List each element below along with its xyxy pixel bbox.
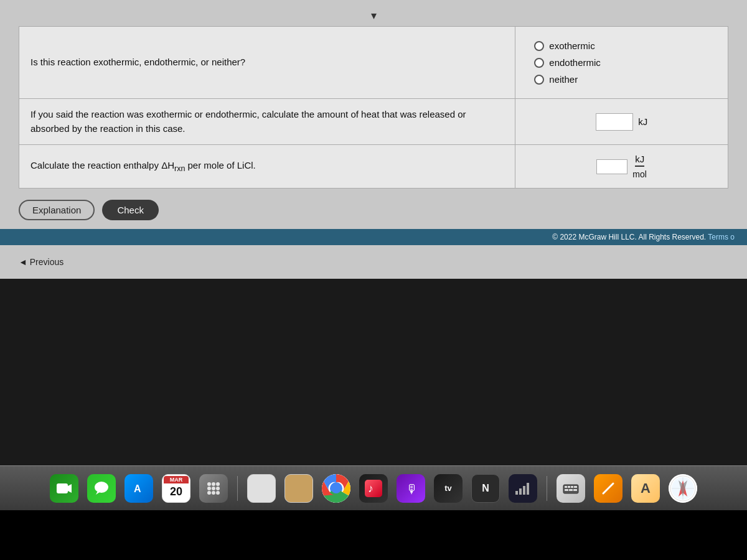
svg-rect-27 <box>571 486 573 488</box>
svg-rect-0 <box>57 483 68 493</box>
svg-rect-25 <box>565 486 567 488</box>
dock-divider <box>237 476 238 501</box>
square1-icon <box>247 474 276 503</box>
svg-point-11 <box>207 491 211 495</box>
messages-icon <box>87 474 116 503</box>
dock-font[interactable]: A <box>629 472 662 505</box>
launchpad-icon <box>199 474 228 503</box>
svg-rect-31 <box>573 489 577 491</box>
notch-label: N <box>482 483 489 494</box>
dock-podcast[interactable]: 🎙 <box>395 472 427 505</box>
svg-point-5 <box>207 482 211 486</box>
radio-circle-endothermic <box>534 58 544 68</box>
svg-rect-28 <box>574 486 577 488</box>
svg-rect-26 <box>568 486 570 488</box>
buttons-area: Explanation Check <box>19 189 728 229</box>
square2-icon <box>284 474 313 503</box>
dock-safari[interactable] <box>667 472 699 505</box>
dock-signal[interactable] <box>507 472 539 505</box>
previous-button[interactable]: ◄ Previous <box>19 257 63 267</box>
chrome-icon <box>322 474 350 503</box>
table-row: Calculate the reaction enthalpy ΔHrxn pe… <box>19 145 728 189</box>
dock-pencil[interactable] <box>592 472 624 505</box>
keyboard-icon <box>557 474 585 503</box>
chevron-down-icon[interactable]: ▾ <box>371 9 377 22</box>
question-table: Is this reaction exothermic, endothermic… <box>19 26 728 189</box>
fraction-unit: kJ mol <box>632 154 647 179</box>
radio-options: exothermic endothermic neither <box>527 35 716 90</box>
chevron-area: ▾ <box>19 6 728 26</box>
radio-label-neither: neither <box>549 74 578 85</box>
copyright-text: © 2022 McGraw Hill LLC. All Rights Reser… <box>552 233 706 241</box>
radio-exothermic[interactable]: exothermic <box>534 40 709 51</box>
main-content: ▾ Is this reaction exothermic, endotherm… <box>0 0 747 229</box>
svg-point-8 <box>207 487 211 490</box>
dock-facetime[interactable] <box>48 472 80 505</box>
dock-appletv[interactable]: tv <box>432 472 464 505</box>
answer-cell-1: exothermic endothermic neither <box>515 27 728 99</box>
appstore-icon: A <box>125 474 153 503</box>
kj-input[interactable] <box>596 113 633 131</box>
svg-point-2 <box>95 482 108 493</box>
svg-line-32 <box>603 483 613 493</box>
enthalpy-input[interactable] <box>596 159 627 174</box>
svg-point-10 <box>216 487 220 490</box>
font-icon: A <box>631 474 660 503</box>
dock-launchpad[interactable] <box>197 472 230 505</box>
podcast-icon: 🎙 <box>397 474 425 503</box>
calendar-icon: MAR 20 <box>162 474 190 503</box>
dock-square2[interactable] <box>283 472 315 505</box>
question-3-text: Calculate the reaction enthalpy ΔHrxn pe… <box>31 160 256 170</box>
table-row: If you said the reaction was exothermic … <box>19 99 728 145</box>
dock-divider-2 <box>547 476 547 501</box>
calendar-month-label: MAR <box>164 476 189 483</box>
dock-calendar[interactable]: MAR 20 <box>160 472 192 505</box>
svg-marker-1 <box>68 484 72 493</box>
font-label: A <box>641 480 651 497</box>
signal-icon <box>509 474 537 503</box>
answer-cell-2: kJ <box>515 99 728 145</box>
question-cell-1: Is this reaction exothermic, endothermic… <box>19 27 515 99</box>
terms-link[interactable]: Terms o <box>708 233 735 241</box>
radio-circle-neither <box>534 75 544 85</box>
facetime-icon <box>50 474 78 503</box>
dock-square1[interactable] <box>245 472 278 505</box>
svg-rect-23 <box>527 483 529 495</box>
svg-point-7 <box>216 482 220 486</box>
svg-rect-20 <box>515 491 518 495</box>
svg-rect-22 <box>523 486 525 495</box>
explanation-button[interactable]: Explanation <box>19 200 95 220</box>
pencil-icon <box>594 474 622 503</box>
footer-bar: © 2022 McGraw Hill LLC. All Rights Reser… <box>0 229 747 245</box>
question-1-text: Is this reaction exothermic, endothermic… <box>31 57 245 67</box>
appletv-label: tv <box>444 483 452 493</box>
music-icon: ♪ <box>359 474 388 503</box>
kj-input-group: kJ <box>527 113 716 131</box>
table-row: Is this reaction exothermic, endothermic… <box>19 27 728 99</box>
dock: A MAR 20 <box>0 465 747 510</box>
question-cell-2: If you said the reaction was exothermic … <box>19 99 515 145</box>
kj-unit: kJ <box>638 116 647 127</box>
svg-rect-30 <box>569 489 573 491</box>
svg-text:♪: ♪ <box>368 482 374 495</box>
svg-point-6 <box>212 482 215 486</box>
previous-area: ◄ Previous <box>0 245 747 279</box>
fraction-unit-bottom: mol <box>632 168 647 179</box>
fraction-input-group: kJ mol <box>527 154 716 179</box>
dock-messages[interactable] <box>85 472 118 505</box>
dock-appstore[interactable]: A <box>123 472 155 505</box>
radio-label-exothermic: exothermic <box>549 40 594 51</box>
radio-endothermic[interactable]: endothermic <box>534 57 709 68</box>
svg-rect-21 <box>519 488 522 495</box>
black-bottom <box>0 510 747 560</box>
dock-notch[interactable]: N <box>469 472 502 505</box>
question-2-text: If you said the reaction was exothermic … <box>31 109 466 134</box>
dock-chrome[interactable] <box>320 472 352 505</box>
radio-neither[interactable]: neither <box>534 74 709 85</box>
appletv-icon: tv <box>434 474 463 503</box>
svg-rect-29 <box>565 489 568 491</box>
dock-keyboard[interactable] <box>555 472 587 505</box>
radio-circle-exothermic <box>534 41 544 51</box>
check-button[interactable]: Check <box>102 200 159 220</box>
dock-music[interactable]: ♪ <box>357 472 390 505</box>
